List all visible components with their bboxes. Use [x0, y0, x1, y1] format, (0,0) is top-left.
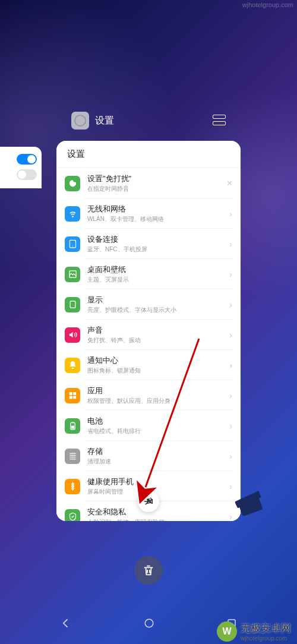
chevron-right-icon: ›	[229, 361, 232, 370]
chevron-right-icon: ›	[229, 391, 232, 400]
item-subtitle: WLAN、双卡管理、移动网络	[87, 215, 229, 223]
item-subtitle: 免打扰、铃声、振动	[87, 336, 229, 345]
svg-point-13	[145, 619, 153, 627]
chevron-right-icon: ›	[229, 452, 232, 461]
item-subtitle: 省电模式、耗电排行	[87, 427, 229, 435]
item-subtitle: 权限管理、默认应用、应用分身	[87, 397, 229, 405]
storage-icon	[65, 449, 80, 464]
chevron-right-icon: ›	[229, 209, 232, 219]
settings-item-6[interactable]: 通知中心图标角标、锁屏通知›	[56, 350, 241, 380]
item-subtitle: 清理加速	[87, 457, 229, 466]
item-title: 桌面和壁纸	[87, 264, 229, 275]
logo-sub: wjhotelgroup.com	[241, 635, 291, 642]
settings-item-9[interactable]: 存储清理加速›	[56, 441, 241, 471]
wallpaper-icon	[65, 267, 80, 282]
pin-icon	[143, 496, 154, 507]
item-title: 健康使用手机	[87, 476, 229, 487]
settings-item-8[interactable]: 电池省电模式、耗电排行›	[56, 411, 241, 441]
close-icon[interactable]: ×	[227, 178, 232, 189]
svg-rect-9	[71, 422, 74, 422]
item-subtitle: 屏幕时间管理	[87, 488, 229, 496]
trash-icon	[142, 564, 155, 577]
bell-icon	[65, 358, 80, 373]
settings-item-2[interactable]: 设备连接蓝牙、NFC、手机投屏›	[56, 229, 241, 259]
settings-item-1[interactable]: 无线和网络WLAN、双卡管理、移动网络›	[56, 198, 241, 229]
settings-item-3[interactable]: 桌面和壁纸主题、灭屏显示›	[56, 259, 241, 289]
settings-item-7[interactable]: 应用权限管理、默认应用、应用分身›	[56, 380, 241, 411]
item-subtitle: 图标角标、锁屏通知	[87, 367, 229, 375]
svg-rect-7	[73, 396, 76, 399]
logo-text: 无极安卓网	[241, 621, 291, 635]
item-subtitle: 在指定时间静音	[87, 185, 227, 193]
item-title: 声音	[87, 325, 229, 336]
svg-rect-5	[73, 392, 76, 395]
chevron-right-icon: ›	[229, 300, 232, 310]
chevron-right-icon: ›	[229, 482, 232, 491]
settings-item-5[interactable]: 声音免打扰、铃声、振动›	[56, 320, 241, 350]
app-label: 设置	[71, 112, 114, 130]
item-title: 电池	[87, 416, 229, 427]
item-subtitle: 蓝牙、NFC、手机投屏	[87, 245, 229, 254]
moon-icon	[65, 176, 80, 191]
back-button[interactable]	[60, 617, 72, 629]
svg-point-1	[72, 246, 72, 247]
card-title: 设置	[56, 141, 241, 168]
sound-icon	[65, 327, 80, 343]
chevron-right-icon: ›	[229, 421, 232, 431]
settings-app-card[interactable]: 设置 设置"免打扰"在指定时间静音×无线和网络WLAN、双卡管理、移动网络›设备…	[56, 141, 241, 521]
svg-rect-6	[69, 396, 72, 399]
previous-app-card[interactable]	[0, 147, 42, 188]
item-subtitle: 人脸识别、指纹、密码保险箱	[87, 518, 229, 521]
home-button[interactable]	[144, 618, 154, 629]
settings-item-0[interactable]: 设置"免打扰"在指定时间静音×	[56, 168, 241, 198]
item-subtitle: 亮度、护眼模式、字体与显示大小	[87, 306, 229, 314]
item-title: 安全和隐私	[87, 507, 229, 517]
item-title: 设置"免打扰"	[87, 173, 227, 184]
grid-view-button[interactable]	[213, 115, 226, 125]
item-title: 无线和网络	[87, 204, 229, 214]
chevron-right-icon: ›	[229, 512, 232, 522]
watermark-logo: W 无极安卓网 wjhotelgroup.com	[217, 621, 291, 642]
battery-icon	[65, 418, 80, 434]
item-title: 应用	[87, 386, 229, 396]
item-subtitle: 主题、灭屏显示	[87, 276, 229, 284]
item-title: 显示	[87, 295, 229, 305]
security-icon	[65, 509, 80, 522]
display-icon	[65, 297, 80, 312]
settings-item-4[interactable]: 显示亮度、护眼模式、字体与显示大小›	[56, 289, 241, 320]
clear-all-button[interactable]	[134, 556, 163, 585]
chevron-right-icon: ›	[229, 239, 232, 249]
chevron-right-icon: ›	[229, 270, 232, 279]
item-title: 通知中心	[87, 355, 229, 366]
device-icon	[65, 236, 80, 252]
pin-button[interactable]	[138, 491, 159, 512]
toggle-off[interactable]	[17, 169, 37, 180]
svg-rect-4	[69, 392, 72, 395]
item-title: 设备连接	[87, 234, 229, 245]
app-name: 设置	[95, 115, 114, 127]
watermark-url: wjhotelgroup.com	[242, 1, 293, 8]
logo-icon: W	[217, 621, 237, 642]
toggle-on[interactable]	[17, 154, 37, 165]
health-icon	[65, 479, 80, 494]
svg-rect-3	[70, 301, 75, 308]
wifi-icon	[65, 206, 80, 222]
svg-rect-10	[71, 426, 74, 429]
item-title: 存储	[87, 446, 229, 457]
apps-icon	[65, 388, 80, 403]
settings-app-icon	[71, 112, 89, 130]
chevron-right-icon: ›	[229, 330, 232, 340]
